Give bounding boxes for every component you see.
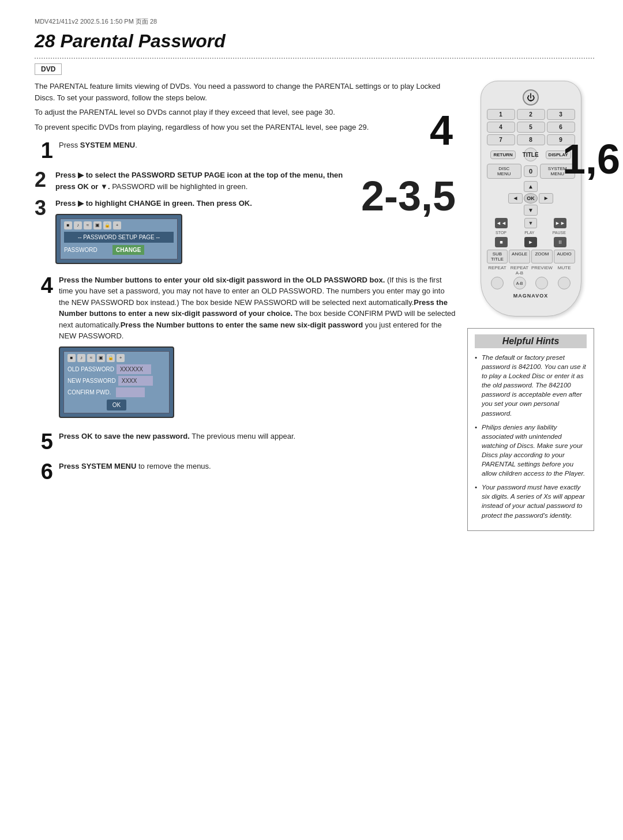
big-num-235: 2-3,5 <box>361 175 456 217</box>
transport-labels: STOP PLAY PAUSE <box>487 231 575 235</box>
return-button[interactable]: RETURN <box>490 150 515 159</box>
step-2-content: Press ▶ to select the PASSWORD SETUP PAG… <box>55 169 358 192</box>
play-button[interactable]: ► <box>524 237 537 247</box>
btn-4[interactable]: 4 <box>487 122 515 133</box>
step-5: 5 Press OK to save the new password. The… <box>35 431 456 453</box>
power-button[interactable]: ⏻ <box>523 89 539 106</box>
screen-icon-5: 🔒 <box>103 221 111 229</box>
nav-empty-tl <box>508 181 523 192</box>
next-button[interactable]: ►► <box>554 218 566 228</box>
prev-button[interactable]: ◄◄ <box>495 218 508 228</box>
screen2-label2: NEW PASSWORD <box>67 376 116 385</box>
btn-0[interactable]: 0 <box>524 165 538 177</box>
step-3-number: 3 <box>35 198 51 219</box>
btn-3[interactable]: 3 <box>547 109 575 120</box>
page-title: 28 Parental Password <box>35 31 594 52</box>
screen2-btn-row: OK <box>67 400 166 410</box>
step-3: 3 Press ▶ to highlight CHANGE in green. … <box>35 198 358 269</box>
screen2-row2: NEW PASSWORD XXXX <box>67 376 166 386</box>
step-4-content: Press the Number buttons to enter your o… <box>59 274 456 423</box>
screen-mockup-1: ■ ♪ ≈ ▣ 🔒 + -- PASSWORD SETUP PAGE -- <box>55 214 182 264</box>
repeat-labels: REPEAT REPEATA-B PREVIEW MUTE <box>487 265 575 276</box>
helpful-hints-title: Helpful Hints <box>475 334 587 348</box>
repeat-button[interactable] <box>491 277 504 289</box>
screen2-value3 <box>116 387 145 397</box>
intro-text: The PARENTAL feature limits viewing of D… <box>35 81 456 133</box>
btn-8[interactable]: 8 <box>517 134 545 145</box>
repeat-ab-label: REPEATA-B <box>509 265 530 276</box>
meta-header: MDV421/411v2 2002.5.16 1:50 PM 页面 28 <box>35 17 594 26</box>
repeat-ab-button[interactable]: A-B <box>513 277 526 289</box>
btn-7[interactable]: 7 <box>487 134 515 145</box>
screen1-value1: CHANGE <box>112 245 144 255</box>
nav-empty-bl <box>508 205 523 216</box>
numbers-remote-wrapper: 4 1,6 ⏻ 1 2 3 <box>467 81 594 317</box>
nav-up[interactable]: ▲ <box>524 181 538 192</box>
screen2-icon-1: ■ <box>67 354 76 362</box>
preview-button[interactable] <box>535 277 548 289</box>
prev-next-row: ◄◄ ▼ ►► <box>487 218 575 228</box>
step-1-content: Press SYSTEM MENU. <box>59 140 456 151</box>
step-5-text: The previous menu will appear. <box>190 432 295 440</box>
disc-system-row: DISCMENU 0 SYSTEMMENU <box>487 164 575 179</box>
screen2-top-icons: ■ ♪ ≈ ▣ 🔒 + <box>67 354 166 362</box>
nav-right[interactable]: ► <box>539 193 553 204</box>
angle-button[interactable]: ANGLE <box>509 250 530 263</box>
mute-button[interactable] <box>558 277 571 289</box>
hint-1: The default or factory preset password i… <box>475 353 587 418</box>
screen-icon-4: ▣ <box>93 221 102 229</box>
hint-2: Philips denies any liability associated … <box>475 423 587 479</box>
disc-menu-button[interactable]: DISCMENU <box>487 164 521 179</box>
screen2-ok-btn: OK <box>107 400 126 410</box>
screen2-row1: OLD PASSWORD XXXXXX <box>67 364 166 374</box>
pause-label: PAUSE <box>553 231 566 235</box>
big-num-16: 1,6 <box>562 138 620 180</box>
screen2-icon-4: ▣ <box>97 354 105 362</box>
intro-para-2: To adjust the PARENTAL level so DVDs can… <box>35 107 456 118</box>
btn-5[interactable]: 5 <box>517 122 545 133</box>
step-1-number: 1 <box>35 140 53 161</box>
stop-label: STOP <box>496 231 506 235</box>
zoom-button[interactable]: ZOOM <box>531 250 553 263</box>
nav-ok[interactable]: OK <box>524 193 538 204</box>
play-label: PLAY <box>524 231 534 235</box>
stop-button[interactable]: ■ <box>495 237 508 247</box>
step-4-number: 4 <box>35 274 53 296</box>
repeat-row: A-B <box>487 277 575 289</box>
right-panel: 4 1,6 ⏻ 1 2 3 <box>467 81 594 531</box>
magnavox-logo: MAGNAVOX <box>487 293 575 299</box>
step-6: 6 Press SYSTEM MENU to remove the menus. <box>35 461 456 483</box>
screen2-icon-2: ♪ <box>77 354 85 362</box>
btn-2[interactable]: 2 <box>517 109 545 120</box>
step-6-content: Press SYSTEM MENU to remove the menus. <box>59 461 456 472</box>
btn-1[interactable]: 1 <box>487 109 515 120</box>
screen2-icon-3: ≈ <box>87 354 95 362</box>
nav-down[interactable]: ▼ <box>524 205 538 216</box>
intro-para-3: To prevent specific DVDs from playing, r… <box>35 122 456 133</box>
remote-container: ⏻ 1 2 3 4 5 6 7 8 9 <box>467 81 594 317</box>
screen1-label1: PASSWORD <box>64 246 110 254</box>
screen-icon-2: ♪ <box>74 221 82 229</box>
subtitle-button[interactable]: SUBTITLE <box>487 250 508 263</box>
screen2-icon-5: 🔒 <box>107 354 115 362</box>
step-1: 1 Press SYSTEM MENU. <box>35 140 456 161</box>
nav-down2[interactable]: ▼ <box>524 218 537 228</box>
remote-top: ⏻ <box>487 89 575 106</box>
mute-label: MUTE <box>554 265 575 276</box>
screen-top-icons: ■ ♪ ≈ ▣ 🔒 + <box>64 221 174 229</box>
step-5-bold: Press OK to save the new password. <box>59 432 190 440</box>
nav-left[interactable]: ◄ <box>508 193 523 204</box>
intro-para-1: The PARENTAL feature limits viewing of D… <box>35 81 456 103</box>
screen2-value1: XXXXXX <box>117 364 151 374</box>
step-3-bold: Press ▶ to highlight CHANGE in green. Th… <box>55 199 252 208</box>
btn-6[interactable]: 6 <box>547 122 575 133</box>
step-6-bold: Press SYSTEM MENU <box>59 462 136 470</box>
btn-title[interactable]: TITLE <box>524 148 538 161</box>
transport-row: ■ ► II <box>487 237 575 247</box>
audio-button[interactable]: AUDIO <box>554 250 575 263</box>
pause-button[interactable]: II <box>554 237 566 247</box>
step-4-bold3: Press the Number buttons to enter the sa… <box>121 321 363 329</box>
remote: ⏻ 1 2 3 4 5 6 7 8 9 <box>481 81 581 317</box>
screen1-title: -- PASSWORD SETUP PAGE -- <box>64 232 174 243</box>
subtitle-row: SUBTITLE ANGLE ZOOM AUDIO <box>487 250 575 263</box>
